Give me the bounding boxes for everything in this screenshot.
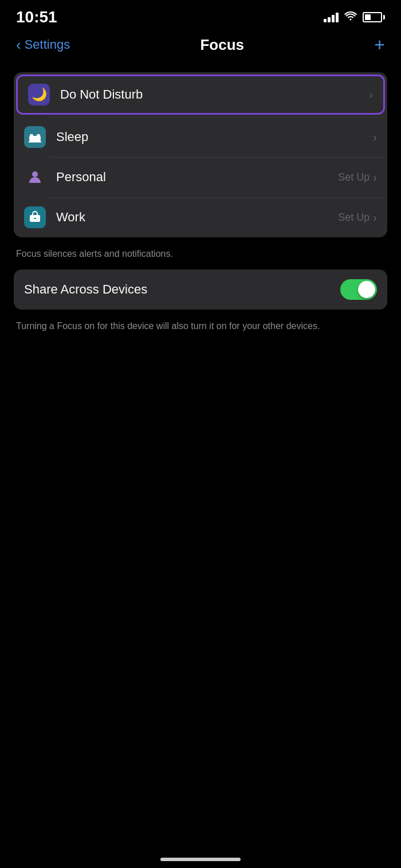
back-label: Settings (25, 37, 70, 52)
focus-note: Focus silences alerts and notifications. (14, 243, 387, 269)
svg-rect-2 (30, 134, 33, 136)
work-action: Set Up (338, 212, 369, 224)
svg-rect-6 (34, 218, 36, 219)
focus-item-sleep[interactable]: Sleep › (14, 117, 387, 157)
share-across-devices-toggle[interactable] (340, 279, 377, 300)
share-across-devices-row: Share Across Devices (14, 269, 387, 310)
battery-icon (363, 12, 385, 22)
main-content: 🌙 Do Not Disturb › Sleep › (0, 63, 401, 342)
work-chevron-icon: › (373, 211, 377, 224)
nav-bar: ‹ Settings Focus + (0, 31, 401, 63)
svg-rect-1 (29, 141, 41, 143)
focus-list-card: 🌙 Do Not Disturb › Sleep › (14, 72, 387, 237)
signal-icon (324, 12, 339, 22)
toggle-thumb (358, 281, 375, 298)
focus-item-work[interactable]: Work Set Up › (14, 197, 387, 237)
focus-item-do-not-disturb[interactable]: 🌙 Do Not Disturb › (16, 75, 385, 115)
share-note: Turning a Focus on for this device will … (14, 315, 387, 342)
wifi-icon (344, 11, 357, 24)
do-not-disturb-icon: 🌙 (28, 84, 50, 105)
svg-rect-3 (37, 134, 40, 136)
back-chevron-icon: ‹ (16, 36, 21, 54)
share-across-devices-card: Share Across Devices (14, 269, 387, 310)
sleep-label: Sleep (56, 130, 373, 144)
svg-point-4 (32, 171, 38, 177)
personal-icon (24, 166, 46, 188)
add-button[interactable]: + (374, 36, 385, 54)
home-indicator (160, 858, 241, 861)
focus-item-personal[interactable]: Personal Set Up › (14, 157, 387, 197)
personal-action: Set Up (338, 171, 369, 183)
work-icon (24, 206, 46, 228)
sleep-icon (24, 126, 46, 148)
personal-chevron-icon: › (373, 171, 377, 184)
status-time: 10:51 (16, 8, 57, 26)
work-label: Work (56, 210, 338, 225)
personal-label: Personal (56, 170, 338, 185)
page-title: Focus (200, 36, 244, 54)
share-across-devices-label: Share Across Devices (24, 282, 147, 297)
back-button[interactable]: ‹ Settings (16, 36, 70, 54)
do-not-disturb-chevron-icon: › (369, 88, 373, 101)
status-icons (324, 11, 385, 24)
do-not-disturb-label: Do Not Disturb (60, 87, 369, 102)
status-bar: 10:51 (0, 0, 401, 31)
sleep-chevron-icon: › (373, 131, 377, 144)
svg-rect-0 (29, 136, 41, 141)
